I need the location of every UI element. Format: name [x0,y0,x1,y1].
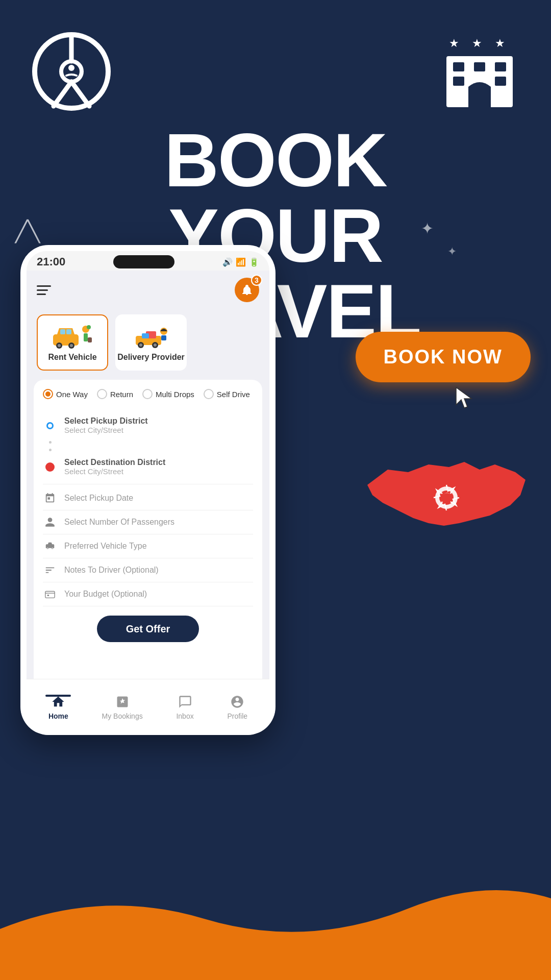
nav-inbox[interactable]: Inbox [176,695,193,720]
profile-nav-icon [230,695,244,709]
phone-status-icons: 🔊 📶 🔋 [222,257,259,267]
svg-point-19 [58,344,61,347]
self-drive-radio-circle [204,389,214,399]
self-drive-radio[interactable]: Self Drive [204,389,250,399]
volume-icon: 🔊 [222,257,233,267]
phone-screen: 3 [27,271,269,723]
one-way-radio-inner [45,391,51,397]
person-icon [43,517,57,528]
svg-rect-12 [495,62,506,71]
bell-icon [241,284,253,296]
bookings-nav-icon [115,695,130,709]
inbox-nav-icon [178,695,192,709]
nav-active-indicator [45,695,71,697]
destination-dot [45,462,55,472]
phone-status-bar: 21:00 🔊 📶 🔋 [27,251,269,271]
rent-vehicle-label: Rent Vehicle [48,353,96,362]
budget-row[interactable]: Your Budget (Optional) [43,582,253,606]
svg-point-25 [87,325,91,329]
svg-rect-13 [453,77,464,86]
rent-vehicle-icon [52,323,93,349]
delivery-icon [131,323,171,349]
wifi-icon: 📶 [236,257,246,267]
inbox-nav-label: Inbox [176,712,193,720]
sparkle-icon-2: ✦ [421,219,434,237]
vehicle-type-row[interactable]: Preferred Vehicle Type [43,534,253,558]
multi-drops-label: Multi Drops [156,390,194,399]
return-radio[interactable]: Return [97,389,133,399]
multi-drops-radio[interactable]: Multi Drops [142,389,194,399]
svg-rect-16 [60,329,65,334]
hotel-icon: ★ ★ ★ [439,31,520,112]
svg-point-28 [139,344,142,347]
vehicle-type-text: Preferred Vehicle Type [64,542,147,551]
cursor-arrow-icon [452,385,477,411]
bottom-nav: Home My Bookings Inbox Profile [27,679,269,723]
one-way-radio-circle [43,389,53,399]
notification-bell-wrapper[interactable]: 3 [235,278,259,302]
svg-rect-35 [45,592,55,598]
svg-point-30 [154,344,157,347]
svg-rect-32 [142,333,149,338]
notification-badge: 3 [251,275,262,286]
passengers-text: Select Number Of Passengers [64,518,174,527]
svg-text:★: ★ [449,37,459,50]
svg-line-3 [54,82,71,106]
svg-rect-24 [88,337,92,342]
notes-row[interactable]: Notes To Driver (Optional) [43,558,253,582]
pickup-district-text: Select Pickup District [64,416,148,426]
svg-line-4 [71,82,89,106]
phone-mockup: 21:00 🔊 📶 🔋 [20,245,276,735]
trip-type-radio-row: One Way Return Multi Drops Self Drive [43,389,253,399]
svg-point-21 [70,344,73,347]
one-way-label: One Way [56,390,88,399]
svg-point-1 [61,61,82,82]
svg-rect-17 [66,329,71,334]
return-radio-circle [97,389,107,399]
svg-rect-23 [84,333,88,341]
budget-text: Your Budget (Optional) [64,590,147,599]
notes-text: Notes To Driver (Optional) [64,566,159,575]
destination-district-text: Select Destination District [64,458,165,467]
sparkle-icon-3: ✦ [447,245,457,258]
multi-drops-radio-circle [142,389,153,399]
pickup-dot [46,422,54,429]
hero-icons-row: ★ ★ ★ [0,31,551,112]
notes-icon [43,565,57,576]
nav-home[interactable]: Home [48,695,68,720]
hamburger-menu[interactable] [37,285,51,295]
app-topbar: 3 [27,271,269,309]
nav-profile[interactable]: Profile [227,695,247,720]
book-now-button[interactable]: BOOK NOW [356,332,531,382]
home-nav-label: Home [48,712,68,720]
rent-vehicle-tab[interactable]: Rent Vehicle [37,314,108,371]
one-way-radio[interactable]: One Way [43,389,88,399]
destination-location-line[interactable]: Select Destination District Select City/… [43,455,253,479]
self-drive-label: Self Drive [217,390,250,399]
svg-point-5 [68,65,74,71]
svg-rect-34 [161,335,166,340]
bookings-nav-label: My Bookings [102,712,143,720]
svg-rect-36 [47,595,49,596]
svg-rect-10 [453,62,464,71]
get-offer-button[interactable]: Get Offer [97,616,199,642]
svg-text:★: ★ [472,37,482,50]
svg-rect-11 [474,62,485,71]
delivery-provider-tab[interactable]: Delivery Provider [115,314,187,371]
destination-city-text: Select City/Street [64,467,165,476]
steering-wheel-icon [31,31,112,112]
phone-notch [113,255,174,268]
nav-bookings[interactable]: My Bookings [102,695,143,720]
phone-time: 21:00 [37,255,65,268]
pickup-date-row[interactable]: Select Pickup Date [43,486,253,510]
booking-form: One Way Return Multi Drops Self Drive [34,380,262,693]
delivery-provider-label: Delivery Provider [117,353,185,362]
svg-text:★: ★ [495,37,505,50]
profile-nav-label: Profile [227,712,247,720]
passengers-row[interactable]: Select Number Of Passengers [43,510,253,534]
calendar-icon [43,493,57,504]
pickup-city-text: Select City/Street [64,426,148,434]
pickup-location-line[interactable]: Select Pickup District Select City/Stree… [43,413,253,437]
svg-rect-14 [495,77,506,86]
battery-icon: 🔋 [249,257,259,267]
